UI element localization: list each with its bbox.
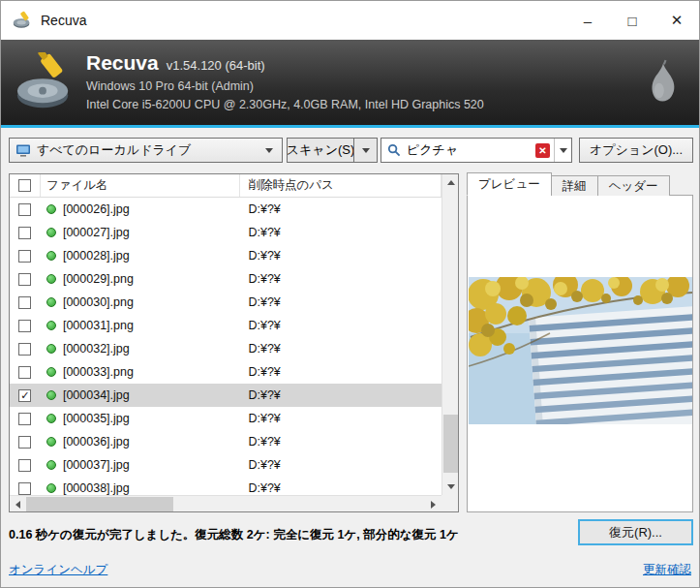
close-button[interactable]: ✕ bbox=[654, 1, 699, 40]
filename-text: [000028].jpg bbox=[63, 249, 130, 263]
update-check-link[interactable]: 更新確認 bbox=[643, 562, 691, 578]
scroll-left-icon[interactable] bbox=[10, 496, 26, 512]
search-box[interactable]: ピクチャ ✕ bbox=[380, 138, 572, 163]
select-all-checkbox[interactable] bbox=[18, 179, 31, 192]
vertical-scrollbar-thumb[interactable] bbox=[443, 415, 458, 473]
filename-text: [000032].jpg bbox=[63, 342, 130, 356]
filename-text: [000036].jpg bbox=[63, 435, 130, 449]
scan-button[interactable]: スキャン(S) bbox=[287, 138, 354, 163]
drive-select[interactable]: すべてのローカルドライブ bbox=[9, 138, 283, 163]
horizontal-scrollbar[interactable] bbox=[10, 495, 441, 511]
row-checkbox[interactable]: ✓ bbox=[18, 389, 31, 402]
filename-text: [000035].jpg bbox=[63, 412, 130, 425]
table-row[interactable]: [000027].jpgD:¥?¥ bbox=[10, 221, 441, 244]
scrollbar-corner bbox=[441, 495, 458, 511]
filename-cell: [000034].jpg bbox=[41, 388, 241, 402]
filename-text: [000029].png bbox=[63, 272, 134, 286]
row-checkbox[interactable] bbox=[18, 366, 31, 379]
status-message: 0.16 秒ケの復元が完了しました。復元総数 2ケ: 完全に復元 1ケ, 部分的… bbox=[9, 527, 459, 543]
tab-header[interactable]: ヘッダー bbox=[597, 175, 670, 196]
table-row[interactable]: [000028].jpgD:¥?¥ bbox=[10, 244, 441, 267]
path-cell: D:¥?¥ bbox=[240, 342, 441, 356]
search-input-value[interactable]: ピクチャ bbox=[407, 141, 535, 159]
clear-search-button[interactable]: ✕ bbox=[535, 143, 550, 158]
filename-text: [000037].jpg bbox=[63, 458, 130, 472]
tab-preview[interactable]: プレビュー bbox=[467, 172, 552, 196]
list-header: ファイル名 削除時点のパス bbox=[10, 174, 441, 198]
row-checkbox[interactable] bbox=[18, 343, 31, 356]
table-row[interactable]: [000031].pngD:¥?¥ bbox=[10, 314, 441, 337]
preview-panel: プレビュー 詳細 ヘッダー bbox=[467, 173, 693, 512]
minimize-button[interactable]: – bbox=[565, 1, 610, 40]
vertical-scrollbar[interactable] bbox=[441, 174, 458, 495]
row-checkbox-cell bbox=[10, 413, 41, 425]
row-checkbox-cell bbox=[10, 203, 41, 216]
filename-text: [000027].jpg bbox=[63, 226, 130, 239]
table-row[interactable]: [000033].pngD:¥?¥ bbox=[10, 360, 441, 384]
status-dot-green-icon bbox=[46, 321, 56, 330]
row-checkbox[interactable] bbox=[18, 250, 31, 263]
banner-hw-line: Intel Core i5-6200U CPU @ 2.30GHz, 4.0GB… bbox=[86, 96, 484, 113]
status-dot-green-icon bbox=[46, 204, 56, 214]
row-checkbox[interactable] bbox=[18, 273, 31, 286]
scroll-up-icon[interactable] bbox=[442, 174, 459, 191]
table-row[interactable]: [000035].jpgD:¥?¥ bbox=[10, 407, 441, 430]
row-checkbox[interactable] bbox=[18, 296, 31, 309]
recuva-logo-icon bbox=[15, 52, 75, 112]
column-header-path[interactable]: 削除時点のパス bbox=[240, 174, 441, 197]
status-dot-green-icon bbox=[46, 367, 56, 377]
recover-button[interactable]: 復元(R)... bbox=[578, 519, 693, 545]
chevron-down-icon[interactable] bbox=[260, 139, 278, 162]
titlebar: Recuva – □ ✕ bbox=[1, 1, 699, 40]
filename-cell: [000031].png bbox=[41, 319, 241, 332]
row-checkbox[interactable] bbox=[18, 413, 31, 425]
path-cell: D:¥?¥ bbox=[240, 435, 441, 449]
scroll-down-icon[interactable] bbox=[442, 479, 459, 495]
filename-text: [000030].png bbox=[63, 295, 134, 309]
online-help-link[interactable]: オンラインヘルプ bbox=[9, 562, 107, 578]
row-checkbox-cell bbox=[10, 436, 41, 449]
horizontal-scrollbar-thumb[interactable] bbox=[26, 497, 173, 511]
select-all-checkbox-cell[interactable] bbox=[10, 174, 41, 197]
scan-split-button: スキャン(S) bbox=[287, 138, 378, 163]
path-cell: D:¥?¥ bbox=[240, 202, 441, 216]
preview-image bbox=[469, 277, 692, 424]
status-dot-green-icon bbox=[46, 390, 56, 400]
filename-text: [000033].png bbox=[63, 365, 134, 379]
drive-icon bbox=[15, 142, 31, 158]
row-checkbox-cell bbox=[10, 296, 41, 309]
row-checkbox[interactable] bbox=[18, 436, 31, 449]
row-checkbox[interactable] bbox=[18, 459, 31, 472]
path-cell: D:¥?¥ bbox=[240, 481, 441, 495]
table-row[interactable]: [000036].jpgD:¥?¥ bbox=[10, 430, 441, 453]
row-checkbox[interactable] bbox=[18, 320, 31, 332]
row-checkbox-cell bbox=[10, 250, 41, 263]
recuva-app-icon bbox=[12, 10, 33, 31]
status-dot-green-icon bbox=[46, 344, 56, 354]
tab-details[interactable]: 詳細 bbox=[551, 175, 598, 196]
search-icon bbox=[387, 143, 401, 157]
table-row[interactable]: [000032].jpgD:¥?¥ bbox=[10, 337, 441, 360]
maximize-button[interactable]: □ bbox=[610, 1, 654, 40]
scan-dropdown-arrow-icon[interactable] bbox=[354, 138, 378, 163]
table-row[interactable]: [000038].jpgD:¥?¥ bbox=[10, 477, 441, 495]
table-row[interactable]: [000030].pngD:¥?¥ bbox=[10, 291, 441, 314]
column-header-filename[interactable]: ファイル名 bbox=[41, 174, 241, 197]
row-checkbox[interactable] bbox=[18, 227, 31, 239]
table-row[interactable]: [000037].jpgD:¥?¥ bbox=[10, 453, 441, 477]
search-dropdown-arrow-icon[interactable] bbox=[554, 139, 571, 162]
window-title: Recuva bbox=[41, 13, 86, 28]
status-dot-green-icon bbox=[46, 228, 56, 237]
table-row[interactable]: [000026].jpgD:¥?¥ bbox=[10, 198, 441, 221]
row-checkbox[interactable] bbox=[18, 482, 31, 495]
banner-text: Recuvav1.54.120 (64-bit) Windows 10 Pro … bbox=[86, 51, 484, 112]
table-row[interactable]: ✓[000034].jpgD:¥?¥ bbox=[10, 384, 441, 407]
table-row[interactable]: [000029].pngD:¥?¥ bbox=[10, 267, 441, 291]
row-checkbox[interactable] bbox=[18, 203, 31, 216]
options-button[interactable]: オプション(O)... bbox=[579, 138, 693, 163]
status-dot-green-icon bbox=[46, 437, 56, 447]
filename-cell: [000029].png bbox=[41, 272, 241, 286]
bottom-area: 0.16 秒ケの復元が完了しました。復元総数 2ケ: 完全に復元 1ケ, 部分的… bbox=[1, 512, 699, 587]
scroll-right-icon[interactable] bbox=[425, 496, 441, 512]
path-cell: D:¥?¥ bbox=[240, 412, 441, 425]
